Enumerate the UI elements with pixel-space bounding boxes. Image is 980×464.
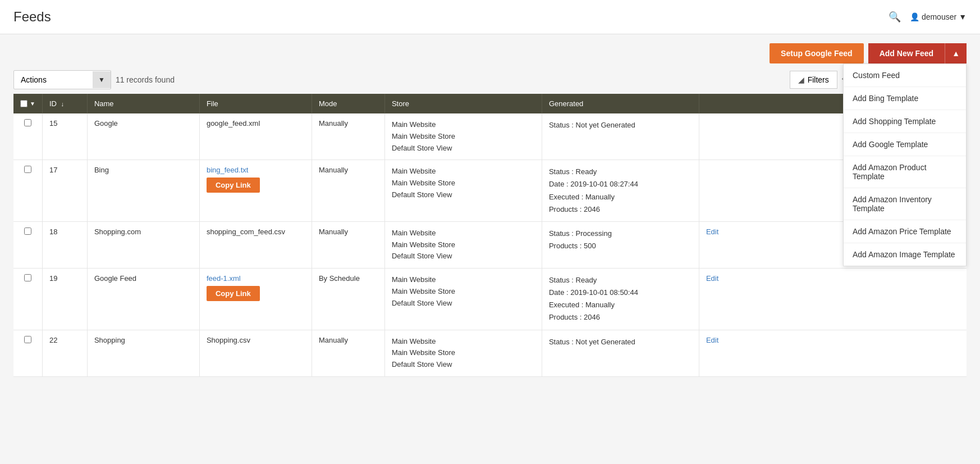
- dropdown-item-add-amazon-inventory-template[interactable]: Add Amazon Inventory Template: [844, 188, 966, 220]
- row-1-checkbox-cell: [13, 160, 42, 221]
- search-icon[interactable]: 🔍: [889, 11, 901, 23]
- row-2-id: 18: [42, 221, 87, 268]
- dropdown-item-add-amazon-image-template[interactable]: Add Amazon Image Template: [844, 243, 966, 266]
- actions-caret-icon[interactable]: ▼: [93, 71, 111, 88]
- table-row: 17Bingbing_feed.txtCopy LinkManuallyMain…: [13, 160, 967, 221]
- username: demouser: [922, 12, 956, 21]
- row-1-mode: Manually: [312, 160, 384, 221]
- row-0-name: Google: [87, 113, 199, 160]
- row-4-file: Shopping.csv: [199, 330, 312, 376]
- dropdown-item-add-shopping-template[interactable]: Add Shopping Template: [844, 110, 966, 133]
- row-0-checkbox-cell: [13, 113, 42, 160]
- page-title: Feeds: [13, 9, 51, 25]
- records-count: 11 records found: [116, 75, 175, 84]
- table-row: 18Shopping.comshopping_com_feed.csvManua…: [13, 221, 967, 268]
- th-store: Store: [384, 94, 542, 113]
- row-0-store: Main WebsiteMain Website StoreDefault St…: [384, 113, 542, 160]
- row-4-checkbox-cell: [13, 330, 42, 376]
- table-row: 22ShoppingShopping.csvManuallyMain Websi…: [13, 330, 967, 376]
- row-0-generated: Status : Not yet Generated: [542, 113, 699, 160]
- row-0-id: 15: [42, 113, 87, 160]
- user-menu[interactable]: 👤 demouser ▼: [910, 12, 967, 21]
- user-caret-icon: ▼: [959, 12, 967, 21]
- th-checkbox: ▼: [13, 94, 42, 113]
- row-0-file: google_feed.xml: [199, 113, 312, 160]
- th-id[interactable]: ID ↓: [42, 94, 87, 113]
- filters-button[interactable]: ◢ Filters: [790, 71, 837, 89]
- row-3-edit-cell: Edit: [699, 269, 967, 330]
- dropdown-item-add-amazon-price-template[interactable]: Add Amazon Price Template: [844, 220, 966, 243]
- filter-left: Actions ▼ 11 records found: [13, 70, 175, 89]
- row-4-store: Main WebsiteMain Website StoreDefault St…: [384, 330, 542, 376]
- dropdown-item-add-google-template[interactable]: Add Google Template: [844, 133, 966, 156]
- table-header-row: ▼ ID ↓ Name File Mode Store Generated: [13, 94, 967, 113]
- actions-select-wrapper: Actions ▼: [13, 70, 111, 89]
- setup-google-feed-button[interactable]: Setup Google Feed: [770, 43, 864, 63]
- row-4-checkbox[interactable]: [24, 336, 31, 343]
- feeds-table: ▼ ID ↓ Name File Mode Store Generated 15…: [13, 94, 967, 377]
- row-2-file: shopping_com_feed.csv: [199, 221, 312, 268]
- row-2-edit-link[interactable]: Edit: [706, 228, 718, 236]
- add-new-feed-group: Add New Feed ▲ Custom FeedAdd Bing Templ…: [868, 43, 967, 63]
- content-area: Setup Google Feed Add New Feed ▲ Custom …: [0, 34, 980, 386]
- row-2-mode: Manually: [312, 221, 384, 268]
- row-3-store: Main WebsiteMain Website StoreDefault St…: [384, 269, 542, 330]
- row-1-name: Bing: [87, 160, 199, 221]
- row-1-store: Main WebsiteMain Website StoreDefault St…: [384, 160, 542, 221]
- table-row: 19Google Feedfeed-1.xmlCopy LinkBy Sched…: [13, 269, 967, 330]
- row-4-edit-link[interactable]: Edit: [706, 336, 718, 344]
- row-1-file-link[interactable]: bing_feed.txt: [207, 166, 248, 174]
- row-0-mode: Manually: [312, 113, 384, 160]
- id-sort-icon: ↓: [61, 101, 65, 107]
- user-icon: 👤: [910, 12, 919, 21]
- row-1-generated: Status : ReadyDate : 2019-10-01 08:27:44…: [542, 160, 699, 221]
- row-3-file-link[interactable]: feed-1.xml: [207, 274, 241, 283]
- row-2-generated: Status : ProcessingProducts : 500: [542, 221, 699, 268]
- row-4-id: 22: [42, 330, 87, 376]
- row-3-name: Google Feed: [87, 269, 199, 330]
- row-4-name: Shopping: [87, 330, 199, 376]
- header-caret-icon[interactable]: ▼: [30, 101, 35, 107]
- row-4-generated: Status : Not yet Generated: [542, 330, 699, 376]
- row-0-checkbox[interactable]: [24, 119, 31, 126]
- row-3-copy-link-button[interactable]: Copy Link: [207, 286, 260, 301]
- row-3-id: 19: [42, 269, 87, 330]
- dropdown-item-custom-feed[interactable]: Custom Feed: [844, 64, 966, 87]
- filter-icon: ◢: [798, 75, 804, 84]
- row-4-mode: Manually: [312, 330, 384, 376]
- actions-select[interactable]: Actions: [14, 71, 93, 89]
- add-new-feed-dropdown: Custom FeedAdd Bing TemplateAdd Shopping…: [843, 63, 967, 266]
- select-all-checkbox[interactable]: [20, 100, 28, 107]
- th-mode: Mode: [312, 94, 384, 113]
- row-3-checkbox[interactable]: [24, 274, 31, 281]
- row-4-edit-cell: Edit: [699, 330, 967, 376]
- row-1-file: bing_feed.txtCopy Link: [199, 160, 312, 221]
- th-name: Name: [87, 94, 199, 113]
- dropdown-item-add-amazon-product-template[interactable]: Add Amazon Product Template: [844, 156, 966, 188]
- th-file: File: [199, 94, 312, 113]
- row-3-generated: Status : ReadyDate : 2019-10-01 08:50:44…: [542, 269, 699, 330]
- filters-label: Filters: [808, 75, 829, 84]
- toolbar-row: Setup Google Feed Add New Feed ▲ Custom …: [13, 43, 967, 63]
- row-2-store: Main WebsiteMain Website StoreDefault St…: [384, 221, 542, 268]
- row-1-id: 17: [42, 160, 87, 221]
- row-2-name: Shopping.com: [87, 221, 199, 268]
- table-row: 15Googlegoogle_feed.xmlManuallyMain Webs…: [13, 113, 967, 160]
- th-generated: Generated: [542, 94, 699, 113]
- filter-row: Actions ▼ 11 records found ◢ Filters 👁 D…: [13, 70, 967, 89]
- row-2-checkbox-cell: [13, 221, 42, 268]
- header-right: 🔍 👤 demouser ▼: [889, 11, 967, 23]
- row-1-copy-link-button[interactable]: Copy Link: [207, 178, 260, 193]
- row-2-checkbox[interactable]: [24, 228, 31, 235]
- dropdown-item-add-bing-template[interactable]: Add Bing Template: [844, 87, 966, 110]
- header: Feeds 🔍 👤 demouser ▼: [0, 0, 980, 34]
- row-1-checkbox[interactable]: [24, 166, 31, 173]
- row-3-file: feed-1.xmlCopy Link: [199, 269, 312, 330]
- row-3-edit-link[interactable]: Edit: [706, 274, 718, 283]
- add-new-feed-caret-button[interactable]: ▲: [945, 43, 967, 63]
- add-new-feed-button[interactable]: Add New Feed: [868, 43, 945, 63]
- row-3-checkbox-cell: [13, 269, 42, 330]
- row-3-mode: By Schedule: [312, 269, 384, 330]
